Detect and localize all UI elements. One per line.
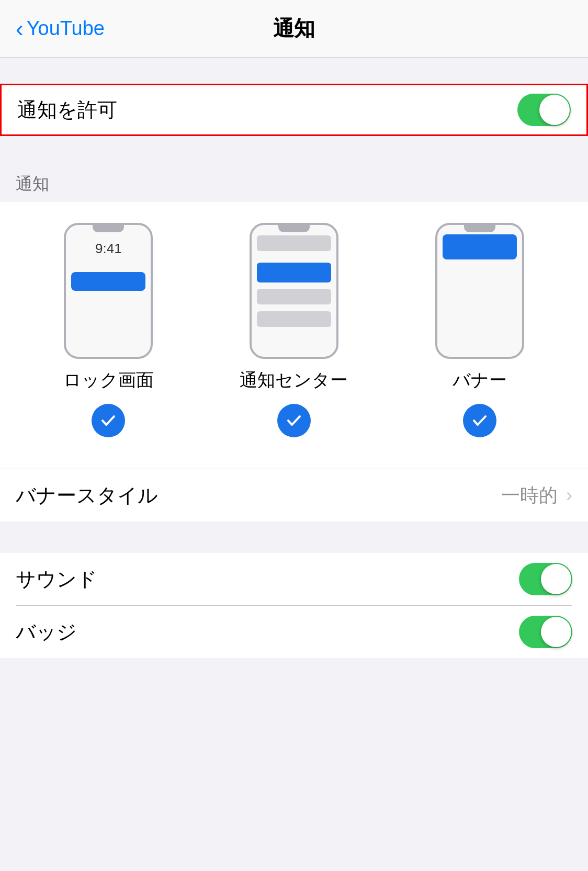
checkmark-icon-nc — [285, 412, 303, 429]
nc-row-4 — [257, 311, 331, 327]
banner-notification — [443, 234, 517, 259]
badge-row: バッジ — [0, 606, 588, 658]
lock-screen-check[interactable] — [92, 404, 125, 437]
banner-check[interactable] — [463, 404, 496, 437]
bottom-spacer — [0, 658, 588, 689]
banner-style-right: 一時的 › — [501, 483, 572, 508]
notification-styles-section: 9:41 ロック画面 通知センター — [0, 202, 588, 469]
banner-phone — [435, 223, 524, 359]
lock-screen-style-item: 9:41 ロック画面 — [46, 223, 171, 437]
lock-screen-phone: 9:41 — [64, 223, 153, 359]
settings-group: サウンド バッジ — [0, 553, 588, 658]
nc-row-1 — [257, 235, 331, 251]
allow-notifications-row: 通知を許可 — [0, 84, 588, 136]
notification-center-check[interactable] — [277, 404, 311, 437]
nc-row-3 — [257, 289, 331, 304]
chevron-right-icon: › — [566, 484, 572, 506]
sound-toggle[interactable] — [519, 563, 572, 595]
sound-row: サウンド — [0, 553, 588, 605]
back-chevron-icon: ‹ — [16, 17, 24, 40]
banner-style-row[interactable]: バナースタイル 一時的 › — [0, 469, 588, 522]
lock-screen-label: ロック画面 — [63, 368, 154, 392]
checkmark-icon-banner — [471, 412, 489, 429]
sound-label: サウンド — [16, 566, 97, 593]
checkmark-icon — [99, 412, 117, 429]
badge-toggle[interactable] — [519, 616, 572, 648]
banner-style-item: バナー — [417, 223, 542, 437]
notification-center-phone — [250, 223, 338, 359]
banner-style-value: 一時的 — [501, 483, 558, 508]
styles-row: 9:41 ロック画面 通知センター — [16, 223, 572, 437]
badge-label: バッジ — [16, 619, 77, 646]
toggle-thumb — [539, 95, 570, 125]
allow-notifications-toggle[interactable] — [517, 94, 571, 126]
top-spacer — [0, 58, 588, 84]
phone-notch-nc — [278, 225, 310, 232]
banner-label: バナー — [453, 368, 507, 392]
banner-style-label: バナースタイル — [16, 482, 158, 509]
notification-center-style-item: 通知センター — [231, 223, 357, 437]
phone-notch-banner — [464, 225, 495, 232]
lock-time: 9:41 — [66, 241, 151, 257]
badge-toggle-thumb — [541, 617, 571, 647]
section-spacer-2 — [0, 522, 588, 553]
notification-center-label: 通知センター — [240, 368, 348, 392]
nc-row-2 — [257, 263, 331, 282]
back-label: YouTube — [27, 17, 105, 40]
allow-notifications-label: 通知を許可 — [17, 97, 117, 123]
sound-toggle-thumb — [541, 564, 571, 594]
page-title: 通知 — [273, 14, 315, 43]
lock-screen-banner — [71, 272, 145, 291]
phone-notch — [93, 225, 124, 232]
back-button[interactable]: ‹ YouTube — [16, 17, 105, 40]
navigation-bar: ‹ YouTube 通知 — [0, 0, 588, 58]
notification-section-header: 通知 — [0, 162, 588, 202]
mid-spacer — [0, 136, 588, 162]
